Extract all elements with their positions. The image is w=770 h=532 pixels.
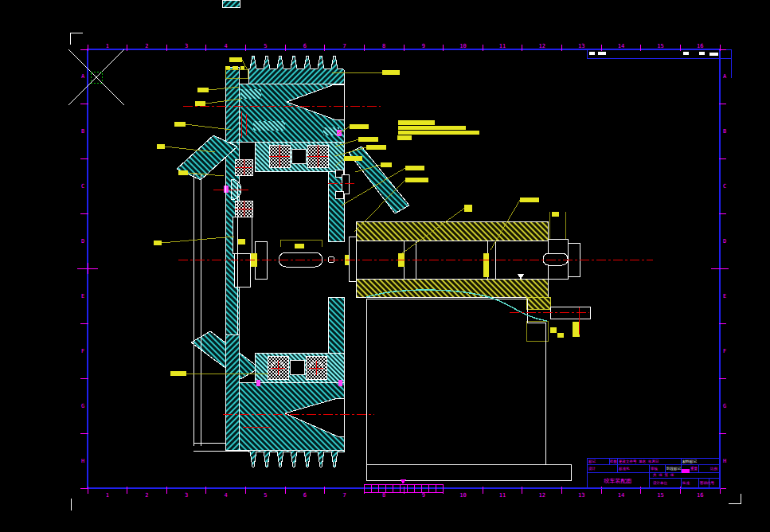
label-bar: [398, 126, 466, 130]
ruler-number: 6: [303, 43, 307, 49]
callout-box: [464, 205, 472, 212]
title-block: 标记 处数 更改文件号 签名 年月日 材料标记 设计 标准化 审核 阶段标记 重…: [587, 458, 720, 488]
tb-row1-col3: 更改文件号 签名 年月日: [619, 459, 659, 464]
ruler-number: 14: [618, 492, 624, 499]
ruler-number: 12: [538, 492, 545, 499]
ruler-number: 5: [264, 43, 267, 49]
tb-drawing-title: 绞车装配图: [604, 478, 632, 484]
zone-letter: C: [723, 183, 726, 190]
ruler-number: 16: [697, 492, 703, 499]
callout-box: [405, 166, 424, 170]
ruler-number: 1: [106, 492, 109, 499]
callout-box: [381, 162, 392, 167]
callout-box: [344, 156, 362, 161]
zone-letter: B: [723, 128, 726, 135]
ruler-number: 11: [499, 492, 506, 499]
ruler-number: 10: [459, 43, 466, 49]
zone-letter: A: [81, 73, 85, 80]
ruler-number: 5: [264, 492, 267, 499]
callout-box: [174, 122, 186, 127]
callout-box: [170, 371, 186, 376]
ruler-number: 12: [538, 43, 545, 49]
callout-box: [157, 144, 165, 149]
ruler-number: 8: [382, 492, 385, 499]
tb-weight: 重量: [690, 466, 698, 471]
ruler-number: 9: [422, 43, 425, 49]
callout-box: [178, 170, 188, 175]
zone-letter: E: [81, 293, 84, 299]
tb-standard: 标准化: [618, 466, 630, 471]
label-bar: [397, 135, 412, 140]
zone-letter: G: [723, 403, 726, 409]
tb-material: 材料标记: [682, 459, 698, 464]
zone-letter: H: [723, 458, 726, 464]
tb-sheet-info: 共 张 第 张: [653, 473, 674, 477]
ruler-number: 10: [459, 492, 466, 499]
ruler-number: 13: [578, 492, 584, 499]
ruler-number: 15: [657, 492, 663, 499]
key: [483, 253, 489, 277]
callout-box: [195, 101, 205, 106]
callout-box: [229, 57, 242, 62]
ruler-number: 11: [499, 43, 506, 49]
label-bar: [398, 131, 479, 135]
ruler-number: 14: [618, 43, 624, 49]
callout-layer: [154, 57, 539, 376]
cad-drawing: 1234567891011121314151612345678910111213…: [0, 0, 770, 532]
leader-line: [162, 237, 234, 243]
clipped-top-fragment: [222, 0, 240, 7]
ruler-number: 2: [145, 43, 148, 49]
zone-letter: D: [723, 238, 726, 244]
crop-mark-tl: [70, 33, 83, 45]
tb-check: 审核: [651, 467, 659, 471]
stamp-mark: [682, 469, 690, 473]
ruler-number: 8: [382, 43, 385, 49]
callout-box: [520, 198, 539, 202]
pedestal: [366, 290, 571, 480]
ruler-number: 4: [225, 43, 228, 49]
tb-doc-no: 批准: [682, 481, 690, 485]
callout-box: [358, 137, 378, 142]
zone-letter: G: [81, 403, 84, 409]
tb-row1-col1: 标记: [588, 459, 596, 464]
zone-letter: H: [81, 458, 84, 464]
tb-extra: 图样代号: [700, 481, 715, 485]
base-plate: [366, 464, 571, 480]
gear-teeth-bottom: [248, 450, 344, 467]
callout-box: [382, 70, 400, 75]
zone-letter: C: [81, 183, 84, 190]
zone-letter: F: [723, 348, 726, 354]
zone-letter: D: [81, 238, 84, 244]
callout-box: [197, 88, 209, 92]
ruler-number: 3: [185, 492, 188, 499]
crop-mark-br: [729, 494, 741, 503]
tb-org: 设计单位: [653, 480, 668, 485]
ruler-number: 13: [578, 43, 584, 49]
label-bar: [398, 120, 435, 125]
tb-row1-col2: 处数: [610, 459, 618, 464]
ruler-number: 2: [145, 492, 148, 499]
leader-line: [186, 124, 231, 130]
zone-letter: E: [723, 293, 726, 299]
ruler-number: 6: [303, 492, 307, 499]
ruler-number: 3: [185, 43, 188, 49]
zone-letter: B: [81, 128, 84, 135]
callout-box: [366, 145, 386, 150]
ruler-number: 15: [657, 43, 663, 49]
zone-letter: F: [81, 348, 84, 354]
callout-box: [350, 124, 369, 129]
ruler-number: 7: [342, 492, 346, 499]
ruler-number: 1: [106, 43, 109, 49]
ruler-number: 4: [225, 492, 228, 499]
callout-box: [154, 241, 162, 245]
gear-teeth-top: [248, 56, 344, 84]
tb-design: 设计: [588, 466, 596, 471]
ruler-number: 16: [697, 43, 703, 49]
ruler-number: 7: [342, 43, 346, 49]
cad-canvas[interactable]: 1234567891011121314151612345678910111213…: [0, 0, 770, 532]
tb-stage: 阶段标记: [666, 466, 682, 471]
zone-strip: [587, 49, 731, 58]
callout-box: [405, 178, 428, 182]
tb-scale: 比例: [710, 467, 718, 471]
ruler-number: 9: [422, 492, 425, 499]
